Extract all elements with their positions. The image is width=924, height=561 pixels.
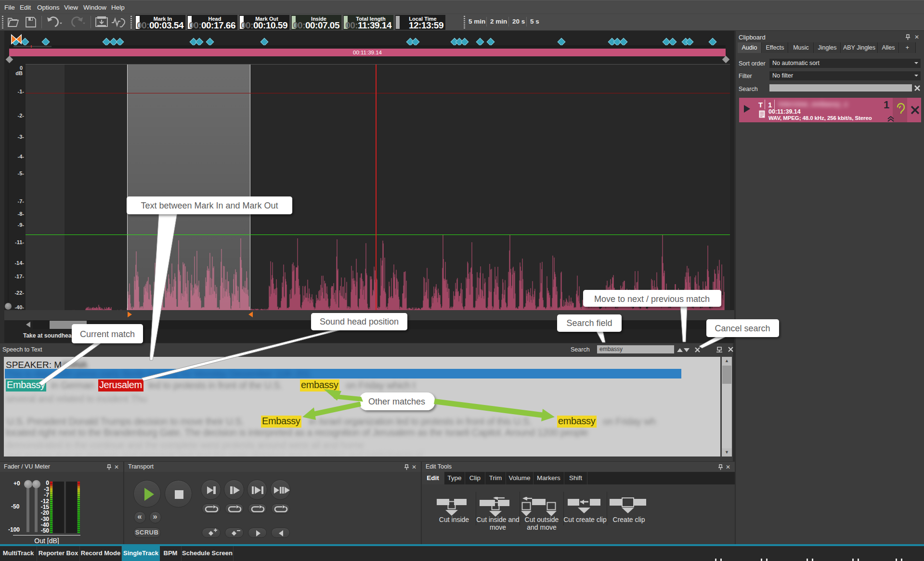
- svg-text:Text between Mark In and Mark: Text between Mark In and Mark Out: [141, 201, 278, 210]
- svg-text:Search field: Search field: [566, 318, 612, 328]
- svg-text:Other matches: Other matches: [368, 397, 425, 406]
- svg-text:Move to next / previous match: Move to next / previous match: [594, 294, 710, 304]
- svg-text:Cancel search: Cancel search: [715, 324, 770, 333]
- svg-text:Sound head position: Sound head position: [320, 317, 399, 326]
- svg-text:Current match: Current match: [80, 329, 135, 339]
